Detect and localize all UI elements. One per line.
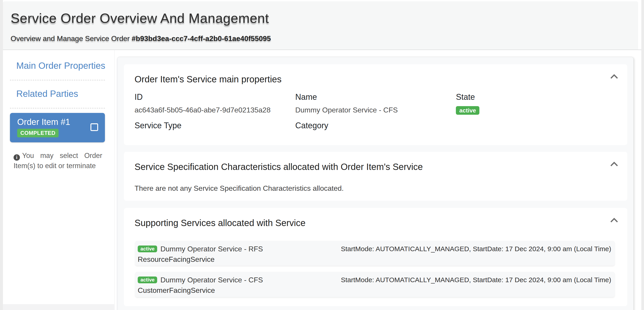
field-value-state: active: [456, 105, 617, 115]
field-label-empty: [456, 121, 617, 131]
service-start-details: StartMode: AUTOMATICALLY_MANAGED, StartD…: [341, 275, 611, 285]
service-name: Dummy Operator Service - CFS: [160, 276, 263, 284]
status-badge-completed: COMPLETED: [17, 129, 58, 137]
panel-title: Supporting Services allocated with Servi…: [124, 208, 627, 229]
subtitle-prefix: Overview and Manage Service Order: [11, 34, 132, 43]
empty-characteristics-message: There are not any Service Specification …: [124, 173, 627, 193]
field-value-id: ac643a6f-5b05-46a0-abe7-9d7e02135a28: [134, 105, 295, 115]
panel-title: Order Item's Service main properties: [124, 64, 627, 86]
checkbox-unchecked-icon[interactable]: [90, 123, 98, 131]
panel-service-main-properties: Order Item's Service main properties ID …: [124, 64, 627, 145]
sidebar-item-main-order-properties[interactable]: Main Order Properties: [3, 60, 114, 71]
sidebar-divider: [10, 80, 105, 80]
panel-title: Service Specification Characteristics al…: [124, 152, 627, 173]
order-id: #b93bd3ea-ccc7-4cff-a2b0-61ae40f55095: [132, 34, 271, 43]
field-label-state: State: [456, 92, 617, 102]
field-label-service-type: Service Type: [134, 121, 295, 131]
field-value-name: Dummy Operator Service - CFS: [295, 105, 456, 115]
page-subtitle: Overview and Manage Service Order #b93bd…: [11, 34, 271, 43]
sidebar-bottom-strip: [3, 304, 115, 310]
service-type: ResourceFacingService: [138, 254, 611, 264]
page-header: Service Order Overview And Management Ov…: [3, 1, 638, 50]
field-label-category: Category: [295, 121, 456, 131]
panel-supporting-services: Supporting Services allocated with Servi…: [124, 208, 627, 306]
state-badge-active: active: [456, 106, 480, 115]
info-circle-icon: i: [14, 154, 20, 161]
sidebar-divider: [10, 108, 105, 108]
service-state-badge: active: [138, 245, 157, 252]
page-title: Service Order Overview And Management: [11, 11, 269, 26]
service-start-details: StartMode: AUTOMATICALLY_MANAGED, StartD…: [341, 244, 611, 254]
service-type: CustomerFacingService: [138, 285, 611, 295]
field-label-name: Name: [295, 92, 456, 102]
sidebar: Main Order Properties Related Parties Or…: [3, 50, 115, 304]
order-item-card[interactable]: Order Item #1 COMPLETED: [10, 113, 105, 142]
service-state-badge: active: [138, 276, 157, 283]
service-name: Dummy Operator Service - RFS: [160, 245, 263, 253]
app-window: Service Order Overview And Management Ov…: [3, 0, 641, 310]
sidebar-hint-text: You may select Order Item(s) to edit or …: [14, 152, 102, 170]
field-label-id: ID: [134, 92, 295, 102]
supporting-service-row[interactable]: active Dummy Operator Service - CFS Cust…: [135, 272, 615, 297]
sidebar-hint: iYou may select Order Item(s) to edit or…: [14, 150, 102, 171]
properties-grid: ID Name State ac643a6f-5b05-46a0-abe7-9d…: [124, 86, 627, 131]
supporting-service-row[interactable]: active Dummy Operator Service - RFS Reso…: [135, 241, 615, 266]
panel-spec-characteristics: Service Specification Characteristics al…: [124, 152, 627, 201]
main-content-card: Order Item's Service main properties ID …: [117, 57, 634, 310]
sidebar-item-related-parties[interactable]: Related Parties: [3, 89, 114, 99]
